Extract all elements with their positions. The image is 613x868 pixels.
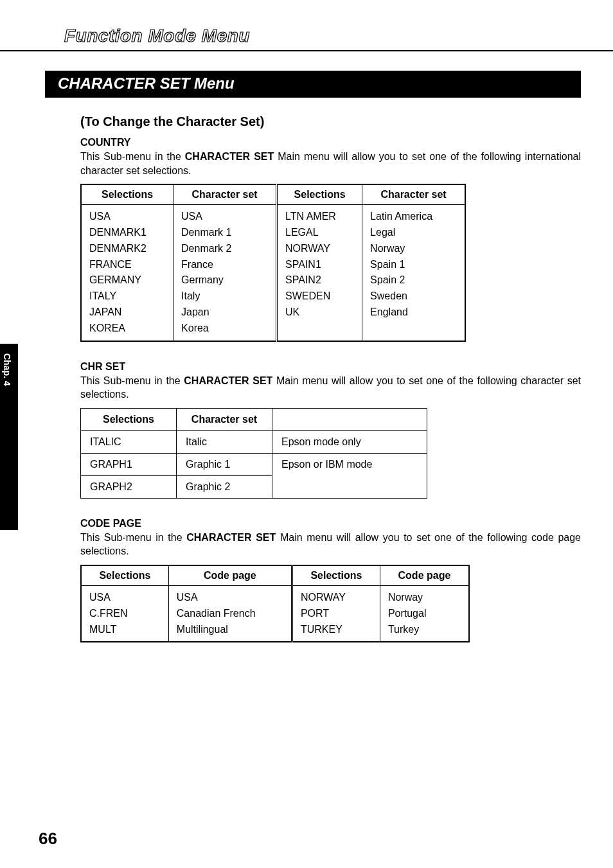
td-selections: NORWAY PORT TURKEY [292, 585, 380, 642]
th-charset: Character set [362, 184, 465, 205]
th-codepage: Code page [380, 565, 469, 586]
td-selections: USA C.FREN MULT [81, 585, 168, 642]
th-selections: Selections [292, 565, 380, 586]
country-table: Selections Character set Selections Char… [80, 184, 466, 341]
side-tab-label-text: Function Mode [2, 418, 12, 482]
subtitle: (To Change the Character Set) [80, 114, 581, 129]
td-note: Epson or IBM mode [272, 453, 427, 498]
page-header-title: Function Mode Menu [64, 26, 581, 46]
td-codepage: USA Canadian French Multilingual [168, 585, 292, 642]
country-heading: COUNTRY [80, 137, 581, 148]
th-charset: Character set [173, 184, 277, 205]
chrset-desc: This Sub-menu in the CHARACTER SET Main … [80, 374, 581, 402]
text: This Sub-menu in the [80, 532, 186, 543]
side-tab-chapter: Chap. 4 [2, 353, 12, 388]
td-sel: GRAPH2 [81, 475, 177, 498]
side-tab-label: Function Mode [2, 418, 12, 484]
td-cs: Italic [177, 430, 272, 453]
th-selections: Selections [81, 184, 173, 205]
section-bar: CHARACTER SET Menu [45, 71, 581, 98]
text-bold: CHARACTER SET [185, 151, 274, 162]
page: Function Mode Menu CHARACTER SET Menu (T… [0, 0, 613, 868]
text-bold: CHARACTER SET [186, 532, 276, 543]
td-cs: Graphic 2 [177, 475, 272, 498]
codepage-heading: CODE PAGE [80, 518, 581, 529]
th-codepage: Code page [168, 565, 292, 586]
codepage-table: Selections Code page Selections Code pag… [80, 565, 470, 642]
text: This Sub-menu in the [80, 151, 185, 162]
chrset-heading: CHR SET [80, 361, 581, 373]
country-desc: This Sub-menu in the CHARACTER SET Main … [80, 150, 581, 177]
td-charset: Latin America Legal Norway Spain 1 Spain… [362, 205, 465, 341]
td-selections: LTN AMER LEGAL NORWAY SPAIN1 SPAIN2 SWED… [277, 205, 362, 341]
td-sel: ITALIC [81, 430, 177, 453]
th-selections: Selections [277, 184, 362, 205]
text: This Sub-menu in the [80, 375, 184, 386]
page-number: 66 [39, 829, 57, 849]
content-area: (To Change the Character Set) COUNTRY Th… [45, 114, 581, 642]
chrset-table: Selections Character set ITALIC Italic E… [80, 408, 427, 499]
th-charset: Character set [177, 408, 272, 430]
th-selections: Selections [81, 408, 177, 430]
text-bold: CHARACTER SET [184, 375, 272, 386]
td-charset: USA Denmark 1 Denmark 2 France Germany I… [173, 205, 277, 341]
td-note: Epson mode only [272, 430, 427, 453]
th-selections: Selections [81, 565, 168, 586]
td-sel: GRAPH1 [81, 453, 177, 475]
th-note [272, 408, 427, 430]
side-tab-chap-text: Chap. 4 [2, 353, 12, 386]
header-rule [0, 50, 613, 51]
codepage-desc: This Sub-menu in the CHARACTER SET Main … [80, 531, 581, 558]
td-codepage: Norway Portugal Turkey [380, 585, 469, 642]
td-selections: USA DENMARK1 DENMARK2 FRANCE GERMANY ITA… [81, 205, 173, 341]
td-cs: Graphic 1 [177, 453, 272, 475]
